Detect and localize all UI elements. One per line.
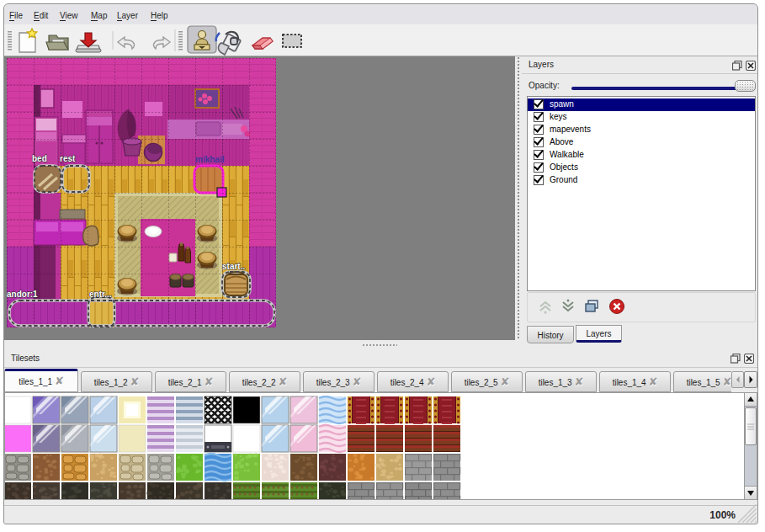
svg-text:start..: start.. — [222, 262, 245, 271]
svg-text:entr...: entr... — [89, 290, 112, 299]
svg-text:rest: rest — [60, 154, 76, 163]
svg-text:mikhail: mikhail — [195, 155, 225, 164]
svg-text:andor:1: andor:1 — [7, 290, 38, 299]
svg-text:bed: bed — [32, 154, 47, 163]
